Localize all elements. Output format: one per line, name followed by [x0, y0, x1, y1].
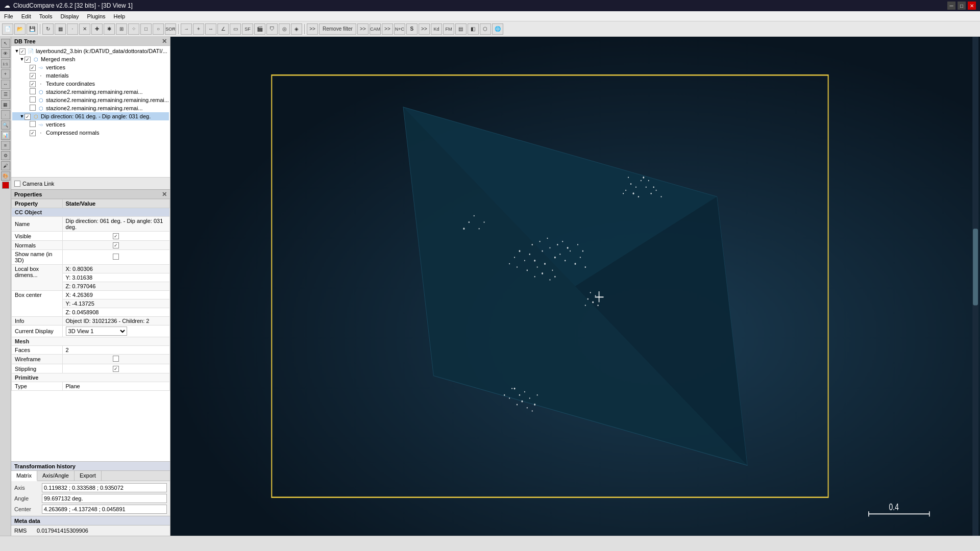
trans-axis-input[interactable] — [42, 483, 167, 492]
tb-fm[interactable]: FM — [443, 23, 454, 35]
cb-v1[interactable] — [30, 65, 36, 71]
tb-plus[interactable]: + — [193, 23, 204, 35]
cb-dip[interactable] — [24, 114, 31, 120]
restore-button[interactable]: □ — [958, 2, 966, 10]
cb-layerbound[interactable] — [19, 48, 26, 55]
cb-dipv[interactable] — [30, 121, 36, 127]
left-icon-cloud[interactable]: · — [1, 110, 10, 119]
tb-more1[interactable]: >> — [307, 23, 318, 35]
tb-rect[interactable]: ▭ — [230, 23, 241, 35]
tb-cube[interactable]: □ — [140, 23, 152, 35]
tb-arrow[interactable]: → — [181, 23, 192, 35]
tree-item-normals[interactable]: · Compressed normals — [12, 129, 169, 137]
tab-matrix[interactable]: Matrix — [11, 471, 37, 481]
tb-filter1[interactable]: ▤ — [455, 23, 467, 35]
normals-checkbox[interactable] — [113, 242, 119, 248]
left-icon-palette[interactable]: 🎨 — [1, 171, 10, 181]
tb-rotate[interactable]: ↻ — [42, 23, 54, 35]
showname-checkbox[interactable] — [113, 254, 119, 260]
left-icon-settings[interactable]: ⚙ — [1, 151, 10, 160]
tree-item-texture[interactable]: · Texture coordinates — [12, 80, 169, 88]
properties-close[interactable]: ✕ — [162, 191, 167, 198]
tb-shield[interactable]: ⛉ — [266, 23, 278, 35]
left-icon-arrows[interactable]: ↔ — [1, 80, 10, 89]
tab-axisangle[interactable]: Axis/Angle — [37, 471, 75, 481]
current-display-dropdown[interactable]: 3D View 1 — [66, 327, 127, 336]
menu-display[interactable]: Display — [56, 12, 83, 20]
left-icon-list[interactable]: ≡ — [1, 141, 10, 150]
tb-sf[interactable]: SF — [242, 23, 253, 35]
tb-compass[interactable]: ◈ — [291, 23, 302, 35]
tb-globe[interactable]: 🌐 — [492, 23, 503, 35]
tree-item-vertices1[interactable]: ·○ vertices — [12, 63, 169, 71]
cb-merged[interactable] — [24, 57, 31, 63]
camera-link-checkbox[interactable] — [14, 181, 20, 187]
left-icon-1to1[interactable]: 1:1 — [1, 59, 10, 68]
remove-filter-button[interactable]: Remove filter — [319, 23, 356, 35]
tb-more4[interactable]: >> — [419, 23, 430, 35]
tb-more3[interactable]: >> — [382, 23, 393, 35]
minimize-button[interactable]: ─ — [947, 2, 955, 10]
cb-mat[interactable] — [30, 73, 36, 79]
tree-content[interactable]: ▼ 📄 layerbound2_3.bin (k:/DATI/D_data/do… — [11, 46, 170, 177]
tb-open[interactable]: 📂 — [14, 23, 26, 35]
tb-kd[interactable]: Kd — [431, 23, 442, 35]
menu-edit[interactable]: Edit — [17, 12, 35, 20]
left-icon-pointer[interactable]: ↖ — [1, 39, 10, 48]
tb-select[interactable]: ▦ — [55, 23, 66, 35]
expand-merged[interactable]: ▼ — [19, 57, 24, 62]
trans-center-input[interactable] — [42, 505, 167, 514]
tree-item-dip[interactable]: ▼ ⬡ Dip direction: 061 deg. - Dip angle:… — [12, 112, 169, 120]
left-icon-layers[interactable]: ☰ — [1, 90, 10, 99]
cb-staz1[interactable] — [30, 88, 36, 94]
left-icon-eye[interactable]: 👁 — [1, 49, 10, 58]
dbtree-close[interactable]: ✕ — [162, 38, 167, 45]
left-icon-search[interactable]: 🔍 — [1, 120, 10, 130]
tree-item-layerbound[interactable]: ▼ 📄 layerbound2_3.bin (k:/DATI/D_data/do… — [12, 47, 169, 55]
tb-more2[interactable]: >> — [357, 23, 369, 35]
tb-save[interactable]: 💾 — [27, 23, 38, 35]
tb-cam[interactable]: CAM — [370, 23, 381, 35]
prop-display-value[interactable]: 3D View 1 — [62, 325, 169, 337]
cb-staz2[interactable] — [30, 96, 36, 103]
tree-item-staz2[interactable]: ⬡ stazione2.remaining.remaining.remainin… — [12, 96, 169, 104]
left-icon-chart[interactable]: 📊 — [1, 131, 10, 140]
tb-points2[interactable]: ⁘ — [128, 23, 139, 35]
tree-item-staz1[interactable]: ⬡ stazione2.remaining.remaining.remai... — [12, 88, 169, 96]
left-icon-paint[interactable]: 🖌 — [1, 161, 10, 170]
cb-tex[interactable] — [30, 81, 36, 87]
tb-new[interactable]: 📄 — [2, 23, 13, 35]
tree-item-materials[interactable]: · materials — [12, 71, 169, 80]
cb-staz3[interactable] — [30, 105, 36, 111]
tb-grid[interactable]: ⊞ — [116, 23, 127, 35]
tb-video[interactable]: 🎬 — [254, 23, 265, 35]
tb-star[interactable]: ✱ — [104, 23, 115, 35]
tb-nc[interactable]: N+C — [394, 23, 405, 35]
trans-angle-input[interactable] — [42, 494, 167, 503]
stippling-checkbox[interactable] — [113, 366, 119, 372]
menu-plugins[interactable]: Plugins — [83, 12, 109, 20]
expand-dip[interactable]: ▼ — [19, 114, 24, 119]
tb-sphere[interactable]: ⬡ — [480, 23, 491, 35]
tree-item-staz3[interactable]: ⬡ stazione2.remaining.remaining.remai... — [12, 104, 169, 112]
tb-points[interactable]: · — [67, 23, 78, 35]
tree-item-dip-vertices[interactable]: ·○ vertices — [12, 120, 169, 129]
tb-delete[interactable]: ✕ — [79, 23, 90, 35]
expand-layerbound[interactable]: ▼ — [14, 48, 19, 54]
close-button[interactable]: ✕ — [968, 2, 976, 10]
menu-file[interactable]: File — [0, 12, 17, 20]
tb-filter2[interactable]: ◧ — [468, 23, 479, 35]
tb-s[interactable]: S — [406, 23, 418, 35]
cb-normals[interactable] — [30, 130, 36, 136]
tree-item-merged-mesh[interactable]: ▼ ⬡ Merged mesh — [12, 55, 169, 63]
visible-checkbox[interactable] — [113, 233, 119, 239]
tb-cross[interactable]: ✚ — [91, 23, 103, 35]
tab-export[interactable]: Export — [75, 471, 102, 481]
tb-measure[interactable]: ↔ — [205, 23, 216, 35]
menu-help[interactable]: Help — [110, 12, 130, 20]
viewport-3d[interactable]: 0.4 — [170, 37, 980, 536]
left-icon-mesh[interactable]: ▦ — [1, 100, 10, 109]
left-icon-plus[interactable]: + — [1, 69, 10, 79]
menu-tools[interactable]: Tools — [35, 12, 57, 20]
tb-sor[interactable]: SOR — [165, 23, 176, 35]
